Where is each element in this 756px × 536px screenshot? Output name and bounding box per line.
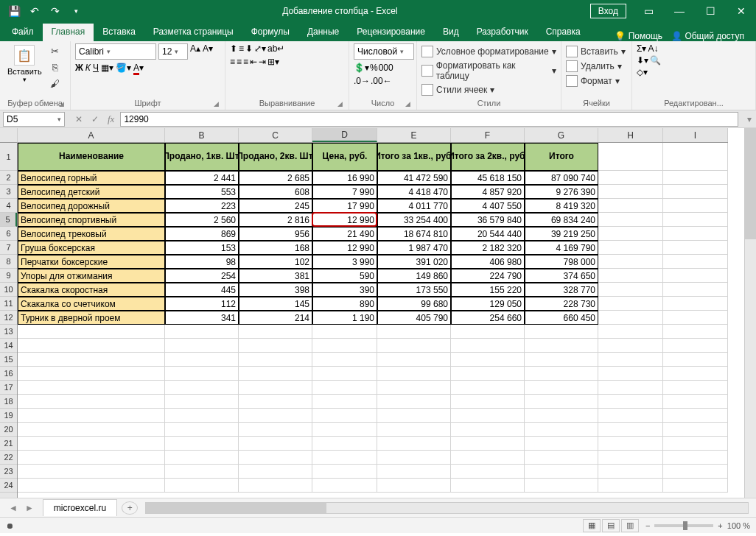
cell[interactable] — [18, 339, 165, 353]
cell[interactable] — [377, 451, 451, 465]
cell[interactable] — [18, 423, 165, 437]
login-button[interactable]: Вход — [590, 4, 626, 18]
cell[interactable] — [598, 381, 663, 395]
cell[interactable] — [598, 423, 663, 437]
insert-cells-button[interactable]: Вставить ▾ — [566, 45, 626, 58]
cell[interactable] — [312, 395, 377, 409]
cell[interactable]: 328 770 — [525, 283, 598, 297]
conditional-formatting-button[interactable]: Условное форматирование ▾ — [421, 45, 556, 58]
cell[interactable]: Велосипед трековый — [18, 227, 165, 241]
cell[interactable]: Итого за 2кв., руб. — [451, 143, 525, 171]
cell[interactable]: 374 650 — [525, 269, 598, 283]
align-left-icon[interactable]: ≡ — [230, 57, 235, 67]
cell[interactable] — [525, 465, 598, 479]
row-header-15[interactable]: 15 — [0, 353, 17, 367]
cell[interactable]: 660 450 — [525, 311, 598, 325]
cell[interactable]: 798 000 — [525, 255, 598, 269]
cell[interactable] — [239, 325, 312, 339]
cell[interactable] — [451, 325, 525, 339]
cell[interactable]: 869 — [165, 227, 239, 241]
cell[interactable] — [18, 479, 165, 493]
cell[interactable] — [598, 395, 663, 409]
format-cells-button[interactable]: Формат ▾ — [566, 74, 620, 88]
cell[interactable] — [451, 409, 525, 423]
cell[interactable] — [598, 367, 663, 381]
cell[interactable] — [663, 269, 728, 283]
comma-icon[interactable]: 000 — [379, 63, 393, 73]
tab-данные[interactable]: Данные — [298, 24, 348, 41]
col-header-E[interactable]: E — [377, 128, 451, 142]
font-color-icon[interactable]: А▾ — [133, 63, 144, 73]
cell[interactable] — [312, 423, 377, 437]
cell[interactable] — [18, 465, 165, 479]
cell[interactable] — [312, 409, 377, 423]
cell[interactable] — [663, 297, 728, 311]
cell[interactable] — [451, 353, 525, 367]
cell[interactable] — [377, 479, 451, 493]
decrease-decimal-icon[interactable]: .00← — [371, 76, 392, 86]
cell[interactable] — [239, 465, 312, 479]
cell[interactable] — [18, 353, 165, 367]
tab-разработчик[interactable]: Разработчик — [468, 24, 537, 41]
cell[interactable]: Цена, руб. — [312, 143, 377, 171]
cell[interactable] — [451, 465, 525, 479]
format-painter-icon[interactable]: 🖌 — [48, 76, 63, 91]
align-center-icon[interactable]: ≡ — [237, 57, 242, 67]
cell[interactable] — [377, 367, 451, 381]
cell[interactable] — [377, 437, 451, 451]
cell[interactable] — [239, 367, 312, 381]
cell[interactable]: Велосипед горный — [18, 171, 165, 185]
increase-decimal-icon[interactable]: .0→ — [354, 76, 370, 86]
cell[interactable]: 41 472 590 — [377, 171, 451, 185]
cell[interactable]: 405 790 — [377, 311, 451, 325]
cell[interactable]: 223 — [165, 199, 239, 213]
cell[interactable]: Скакалка со счетчиком — [18, 297, 165, 311]
cell[interactable] — [525, 423, 598, 437]
tell-me[interactable]: 💡 Помощь — [615, 31, 662, 41]
cell[interactable]: 445 — [165, 283, 239, 297]
cell[interactable] — [239, 395, 312, 409]
cell[interactable] — [598, 283, 663, 297]
decrease-indent-icon[interactable]: ⇤ — [250, 57, 257, 67]
cell[interactable]: 45 618 150 — [451, 171, 525, 185]
zoom-slider[interactable] — [654, 524, 713, 527]
row-header-7[interactable]: 7 — [0, 241, 17, 255]
cell[interactable] — [18, 367, 165, 381]
cell[interactable] — [451, 423, 525, 437]
row-header-20[interactable]: 20 — [0, 423, 17, 437]
cell[interactable]: 155 220 — [451, 283, 525, 297]
zoom-out-icon[interactable]: − — [645, 521, 650, 530]
maximize-icon[interactable]: ☐ — [696, 0, 725, 22]
formula-input[interactable]: 12990 — [120, 112, 738, 127]
cell[interactable]: 129 050 — [451, 297, 525, 311]
cell[interactable] — [663, 423, 728, 437]
cell[interactable] — [312, 353, 377, 367]
cell[interactable] — [598, 311, 663, 325]
cell[interactable] — [377, 339, 451, 353]
cell[interactable] — [598, 241, 663, 255]
row-header-2[interactable]: 2 — [0, 171, 17, 185]
cell[interactable] — [165, 451, 239, 465]
copy-icon[interactable]: ⎘ — [48, 60, 63, 74]
cell[interactable] — [165, 437, 239, 451]
cell[interactable]: 69 834 240 — [525, 213, 598, 227]
close-icon[interactable]: ✕ — [727, 0, 756, 22]
cell[interactable]: Наименование — [18, 143, 165, 171]
cell[interactable] — [663, 409, 728, 423]
row-header-14[interactable]: 14 — [0, 339, 17, 353]
cell[interactable]: Велосипед детский — [18, 185, 165, 199]
cell[interactable]: 245 — [239, 199, 312, 213]
new-sheet-icon[interactable]: + — [122, 501, 138, 515]
cell[interactable]: 2 441 — [165, 171, 239, 185]
cell[interactable] — [451, 395, 525, 409]
tab-вставка[interactable]: Вставка — [94, 24, 144, 41]
currency-icon[interactable]: 💲▾ — [354, 63, 369, 73]
fill-color-icon[interactable]: 🪣▾ — [116, 63, 131, 73]
row-header-9[interactable]: 9 — [0, 269, 17, 283]
tab-вид[interactable]: Вид — [434, 24, 468, 41]
vertical-scrollbar[interactable] — [744, 128, 756, 498]
cell[interactable] — [312, 451, 377, 465]
clipboard-dialog-icon[interactable]: ◢ — [59, 100, 64, 107]
cell[interactable] — [18, 437, 165, 451]
cell[interactable] — [598, 171, 663, 185]
